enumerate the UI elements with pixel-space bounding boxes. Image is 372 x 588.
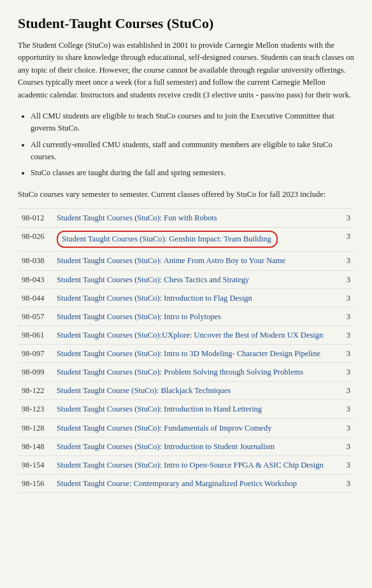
bullet-item: All CMU students are eligible to teach S… bbox=[31, 110, 354, 135]
course-name[interactable]: Student Taught Course: Contemporary and … bbox=[53, 474, 340, 492]
course-units: 3 bbox=[340, 227, 354, 252]
table-row: 98-128Student Taught Courses (StuCo): Fu… bbox=[18, 419, 354, 437]
table-row: 98-057Student Taught Courses (StuCo): In… bbox=[18, 307, 354, 326]
course-code: 98-044 bbox=[18, 289, 53, 307]
table-row: 98-043Student Taught Courses (StuCo): Ch… bbox=[18, 270, 354, 289]
table-row: 98-061Student Taught Courses (StuCo):UXp… bbox=[18, 326, 354, 344]
table-row: 98-012Student Taught Courses (StuCo): Fu… bbox=[18, 209, 354, 227]
course-name[interactable]: Student Taught Courses (StuCo): Fundamen… bbox=[53, 419, 340, 437]
course-code: 98-128 bbox=[18, 419, 53, 437]
course-code: 98-012 bbox=[18, 209, 53, 227]
bullet-item: StuCo classes are taught during the fall… bbox=[31, 167, 354, 179]
course-name[interactable]: Student Taught Courses (StuCo): Intro to… bbox=[53, 307, 340, 326]
bullet-item: All currently-enrolled CMU students, sta… bbox=[31, 139, 354, 164]
course-name[interactable]: Student Taught Courses (StuCo): Anime Fr… bbox=[53, 252, 340, 270]
course-name[interactable]: Student Taught Courses (StuCo): Chess Ta… bbox=[53, 270, 340, 289]
course-code: 98-043 bbox=[18, 270, 53, 289]
course-code: 98-026 bbox=[18, 227, 53, 252]
courses-table: 98-012Student Taught Courses (StuCo): Fu… bbox=[18, 208, 354, 493]
page-title: Student-Taught Courses (StuCo) bbox=[18, 15, 354, 32]
course-name[interactable]: Student Taught Courses (StuCo): Intro to… bbox=[53, 455, 340, 474]
table-row: 98-038Student Taught Courses (StuCo): An… bbox=[18, 252, 354, 270]
course-code: 98-123 bbox=[18, 400, 53, 419]
table-row: 98-097Student Taught Courses (StuCo): In… bbox=[18, 345, 354, 363]
course-code: 98-038 bbox=[18, 252, 53, 270]
course-code: 98-154 bbox=[18, 455, 53, 474]
course-name[interactable]: Student Taught Course (StuCo): Blackjack… bbox=[53, 382, 340, 400]
course-name[interactable]: Student Taught Courses (StuCo): Intro to… bbox=[53, 345, 340, 363]
course-units: 3 bbox=[340, 209, 354, 227]
course-units: 3 bbox=[340, 270, 354, 289]
course-units: 3 bbox=[340, 307, 354, 326]
table-row: 98-044Student Taught Courses (StuCo): In… bbox=[18, 289, 354, 307]
bullet-list: All CMU students are eligible to teach S… bbox=[31, 110, 354, 180]
course-code: 98-057 bbox=[18, 307, 53, 326]
course-units: 3 bbox=[340, 474, 354, 492]
table-row: 98-156Student Taught Course: Contemporar… bbox=[18, 474, 354, 492]
course-units: 3 bbox=[340, 326, 354, 344]
courses-intro: StuCo courses vary semester to semester.… bbox=[18, 189, 354, 201]
course-units: 3 bbox=[340, 455, 354, 474]
course-code: 98-156 bbox=[18, 474, 53, 492]
table-row: 98-122Student Taught Course (StuCo): Bla… bbox=[18, 382, 354, 400]
table-row: 98-099Student Taught Courses (StuCo): Pr… bbox=[18, 363, 354, 382]
course-name[interactable]: Student Taught Courses (StuCo):UXplore: … bbox=[53, 326, 340, 344]
table-row: 98-148Student Taught Courses (StuCo): In… bbox=[18, 437, 354, 455]
course-code: 98-061 bbox=[18, 326, 53, 344]
course-units: 3 bbox=[340, 252, 354, 270]
course-units: 3 bbox=[340, 345, 354, 363]
course-name[interactable]: Student Taught Courses (StuCo): Introduc… bbox=[53, 400, 340, 419]
intro-paragraph: The Student College (StuCo) was establis… bbox=[18, 39, 354, 101]
table-row: 98-026Student Taught Courses (StuCo): Ge… bbox=[18, 227, 354, 252]
table-row: 98-123Student Taught Courses (StuCo): In… bbox=[18, 400, 354, 419]
course-units: 3 bbox=[340, 437, 354, 455]
course-units: 3 bbox=[340, 289, 354, 307]
course-name[interactable]: Student Taught Courses (StuCo): Introduc… bbox=[53, 437, 340, 455]
course-name[interactable]: Student Taught Courses (StuCo): Problem … bbox=[53, 363, 340, 382]
course-name[interactable]: Student Taught Courses (StuCo): Fun with… bbox=[53, 209, 340, 227]
course-units: 3 bbox=[340, 419, 354, 437]
course-units: 3 bbox=[340, 400, 354, 419]
course-code: 98-097 bbox=[18, 345, 53, 363]
course-name[interactable]: Student Taught Courses (StuCo): Introduc… bbox=[53, 289, 340, 307]
course-units: 3 bbox=[340, 382, 354, 400]
table-row: 98-154Student Taught Courses (StuCo): In… bbox=[18, 455, 354, 474]
course-code: 98-099 bbox=[18, 363, 53, 382]
course-code: 98-122 bbox=[18, 382, 53, 400]
course-name[interactable]: Student Taught Courses (StuCo): Genshin … bbox=[53, 227, 340, 252]
course-code: 98-148 bbox=[18, 437, 53, 455]
course-units: 3 bbox=[340, 363, 354, 382]
